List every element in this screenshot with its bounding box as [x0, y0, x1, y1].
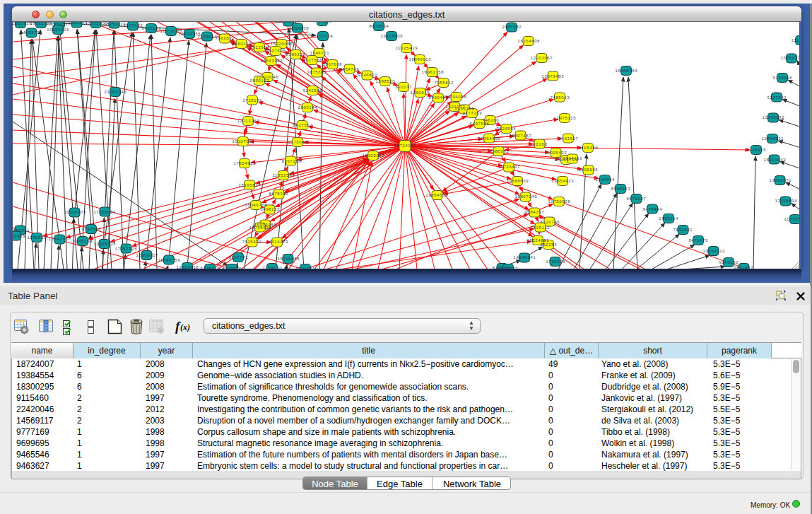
svg-text:19654923: 19654923: [552, 179, 575, 183]
svg-text:15226058: 15226058: [271, 42, 293, 46]
svg-text:16648784: 16648784: [616, 69, 638, 73]
svg-text:9242848: 9242848: [303, 88, 323, 93]
svg-text:8678332: 8678332: [269, 192, 289, 196]
svg-text:18724007: 18724007: [394, 144, 417, 148]
svg-text:20364436: 20364436: [478, 136, 501, 141]
svg-text:10756928: 10756928: [548, 199, 571, 204]
svg-text:2170048: 2170048: [288, 140, 308, 144]
svg-text:9146821: 9146821: [358, 73, 378, 77]
svg-text:1362615: 1362615: [411, 90, 430, 95]
svg-text:12213369: 12213369: [237, 119, 260, 123]
svg-text:14055721: 14055721: [20, 30, 43, 35]
svg-text:10807487: 10807487: [510, 134, 532, 138]
svg-text:17016504: 17016504: [775, 199, 798, 203]
svg-text:252254: 252254: [541, 243, 558, 247]
svg-text:2718176: 2718176: [243, 98, 263, 103]
svg-text:9463627: 9463627: [559, 136, 579, 141]
svg-text:9527508: 9527508: [303, 58, 323, 62]
svg-text:17359924: 17359924: [94, 210, 117, 214]
svg-text:9134562: 9134562: [499, 267, 519, 269]
svg-text:12975115: 12975115: [554, 116, 577, 120]
svg-text:16782759: 16782759: [158, 258, 181, 262]
svg-text:(x): (x): [180, 322, 190, 332]
svg-text:1733426: 1733426: [546, 259, 566, 264]
svg-text:7464106: 7464106: [313, 22, 333, 23]
svg-text:15300223: 15300223: [363, 153, 385, 158]
svg-text:1117477: 1117477: [792, 38, 801, 42]
svg-text:19218506: 19218506: [381, 34, 404, 38]
svg-text:10025433: 10025433: [545, 151, 567, 155]
svg-text:7632621: 7632621: [673, 228, 693, 232]
svg-text:9890123: 9890123: [250, 78, 270, 83]
svg-text:1145194: 1145194: [73, 239, 93, 243]
svg-text:1588520: 1588520: [376, 79, 396, 83]
svg-text:11675331: 11675331: [784, 217, 801, 221]
svg-text:18640910: 18640910: [409, 57, 432, 62]
svg-text:17654925: 17654925: [234, 161, 257, 165]
svg-text:1527602: 1527602: [124, 23, 143, 28]
svg-text:10654112: 10654112: [703, 249, 726, 253]
svg-text:8813054: 8813054: [370, 24, 389, 28]
svg-text:17957225: 17957225: [115, 247, 138, 251]
svg-text:16210643: 16210643: [764, 158, 787, 162]
svg-text:12923468: 12923468: [177, 265, 199, 269]
svg-text:16902569: 16902569: [66, 22, 88, 25]
svg-text:8958923: 8958923: [611, 187, 631, 191]
svg-text:7485063: 7485063: [551, 95, 570, 100]
svg-text:1640954: 1640954: [596, 177, 616, 182]
svg-text:9777169: 9777169: [463, 111, 483, 115]
svg-text:8186328: 8186328: [286, 52, 306, 57]
svg-text:12444131: 12444131: [762, 136, 784, 141]
svg-text:1615112: 1615112: [531, 226, 551, 230]
svg-text:18807249: 18807249: [515, 194, 538, 199]
svg-text:6120746: 6120746: [541, 220, 560, 224]
svg-text:15720407: 15720407: [498, 165, 521, 169]
svg-text:18351604: 18351604: [278, 22, 300, 23]
svg-text:10107554: 10107554: [233, 139, 255, 144]
svg-text:3624554: 3624554: [497, 127, 517, 131]
svg-text:9527506: 9527506: [266, 49, 286, 53]
svg-text:7625402: 7625402: [242, 240, 262, 244]
svg-text:13692971: 13692971: [770, 178, 792, 182]
svg-text:9245652: 9245652: [719, 260, 739, 264]
svg-text:7986372: 7986372: [490, 149, 510, 153]
svg-text:9115460: 9115460: [579, 146, 599, 150]
svg-text:8215955: 8215955: [747, 148, 767, 152]
svg-text:15798435: 15798435: [249, 226, 272, 230]
svg-text:15716485: 15716485: [278, 257, 300, 261]
svg-text:2803144: 2803144: [298, 105, 318, 110]
svg-text:2087682: 2087682: [502, 25, 522, 29]
svg-text:16961758: 16961758: [422, 70, 445, 74]
svg-text:8454749: 8454749: [340, 67, 360, 71]
svg-text:11325419: 11325419: [396, 46, 418, 50]
svg-text:1850511: 1850511: [13, 228, 30, 233]
svg-text:6794028: 6794028: [447, 95, 467, 99]
svg-text:14136141: 14136141: [514, 255, 536, 259]
svg-text:10958107: 10958107: [136, 253, 159, 257]
svg-text:10973493: 10973493: [542, 74, 565, 78]
svg-text:2867608: 2867608: [323, 62, 343, 66]
svg-text:3498222: 3498222: [261, 207, 281, 211]
svg-text:18250319: 18250319: [104, 22, 126, 26]
svg-text:7357224: 7357224: [314, 34, 334, 38]
svg-text:7515524: 7515524: [198, 35, 218, 39]
svg-text:21053346: 21053346: [105, 90, 127, 94]
svg-text:9652457: 9652457: [734, 266, 754, 269]
svg-text:15751074: 15751074: [781, 56, 801, 60]
svg-text:8127345: 8127345: [223, 267, 242, 269]
svg-text:746266: 746266: [483, 118, 500, 122]
svg-text:16154808: 16154808: [518, 39, 541, 43]
svg-text:9474444: 9474444: [643, 207, 663, 211]
svg-text:7955812: 7955812: [435, 81, 454, 85]
svg-text:12505135: 12505135: [94, 242, 117, 246]
svg-text:15166827: 15166827: [239, 183, 261, 187]
svg-text:20206576: 20206576: [64, 210, 87, 214]
svg-text:3915469: 3915469: [13, 234, 25, 238]
svg-text:7663822: 7663822: [216, 36, 235, 40]
svg-text:2935114: 2935114: [659, 216, 679, 221]
svg-text:12213967: 12213967: [531, 56, 553, 60]
svg-text:8990443: 8990443: [429, 95, 449, 100]
svg-text:16033809: 16033809: [287, 26, 310, 30]
svg-text:6879197: 6879197: [627, 197, 647, 201]
svg-text:9904416: 9904416: [563, 156, 583, 160]
